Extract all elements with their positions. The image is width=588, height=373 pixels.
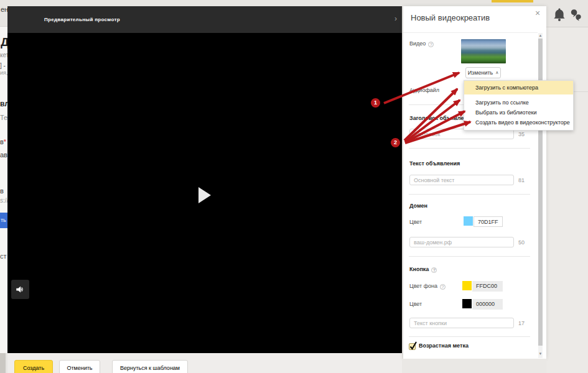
divider xyxy=(546,27,588,27)
domain-color-label: Цвет xyxy=(409,219,422,225)
menu-item-upload-by-link[interactable]: Загрузить по ссылке xyxy=(464,98,573,108)
button-color-label: Цвет xyxy=(409,301,422,307)
speaker-icon xyxy=(16,285,25,293)
page-scrollbar[interactable] xyxy=(0,353,6,373)
menu-item-choose-from-library[interactable]: Выбрать из библиотеки xyxy=(464,108,573,117)
edge-text: ] - xyxy=(0,62,6,69)
edge-text: ав xyxy=(0,151,7,159)
domain-color-value[interactable]: 70D1FF xyxy=(474,216,503,227)
domain-counter: 50 xyxy=(518,239,525,246)
divider xyxy=(409,256,530,257)
video-thumbnail[interactable] xyxy=(461,39,506,63)
menu-item-create-in-constructor[interactable]: Создать видео в видеоконструкторе xyxy=(464,117,573,127)
button-bg-label: Цвет фона? xyxy=(409,283,446,290)
help-icon[interactable]: ? xyxy=(440,284,446,290)
annotation-badge-1: 1 xyxy=(371,98,380,108)
menu-item-upload-from-computer[interactable]: Загрузить с компьютера xyxy=(464,81,573,94)
page-background-right xyxy=(546,27,588,373)
panel-footer-background xyxy=(402,359,546,373)
scroll-up-icon[interactable]: ▲ xyxy=(538,34,543,37)
domain-input[interactable] xyxy=(409,237,514,247)
divider xyxy=(409,148,530,149)
cancel-button[interactable]: Отменить xyxy=(59,360,100,373)
divider xyxy=(403,32,538,33)
page-edge-top xyxy=(0,0,7,26)
edge-text: ст xyxy=(0,252,7,260)
create-button[interactable]: Создать xyxy=(14,360,53,373)
adtext-input[interactable] xyxy=(409,175,514,185)
checkmark-icon xyxy=(408,339,418,350)
preview-header: Предварительный просмотр › xyxy=(7,6,402,33)
domain-section-label: Домен xyxy=(409,203,427,209)
button-color-value[interactable]: 000000 xyxy=(472,299,503,310)
collapse-chevron-icon[interactable]: › xyxy=(394,14,397,23)
divider xyxy=(409,194,530,195)
button-text-counter: 17 xyxy=(518,320,525,326)
page-accent-strip xyxy=(492,0,533,2)
annotation-badge-2: 2 xyxy=(391,138,400,147)
video-label: Видео? xyxy=(409,40,434,47)
button-color-swatch[interactable] xyxy=(462,299,472,308)
adtext-counter: 81 xyxy=(518,177,525,183)
change-video-button[interactable]: Изменить ∧ xyxy=(465,67,501,78)
preview-title: Предварительный просмотр xyxy=(44,17,120,22)
help-icon[interactable]: ? xyxy=(428,42,434,47)
edge-text: Те xyxy=(0,114,7,121)
divider xyxy=(409,336,530,337)
help-icon[interactable]: ? xyxy=(431,267,437,273)
age-checkbox-label: Возрастная метка xyxy=(419,343,469,349)
panel-title: Новый видеокреатив xyxy=(411,13,490,22)
change-button-label: Изменить xyxy=(468,70,493,76)
close-icon[interactable]: × xyxy=(533,9,542,17)
change-video-dropdown: Загрузить с компьютера Загрузить по ссыл… xyxy=(464,80,574,131)
edge-text: ия, xyxy=(0,70,7,76)
audio-label: Аудиофайл xyxy=(409,87,439,93)
bell-icon[interactable] xyxy=(553,7,566,22)
headline-counter: 35 xyxy=(518,131,525,137)
button-bg-value[interactable]: FFDC00 xyxy=(472,281,503,292)
screen: ен Д кет ] - ия, вл Те в* ав в s:// ть с… xyxy=(0,0,588,373)
scroll-down-icon[interactable]: ▼ xyxy=(538,352,543,356)
button-bg-swatch[interactable] xyxy=(462,281,472,290)
adtext-section-label: Текст объявления xyxy=(409,160,460,167)
button-text-input[interactable] xyxy=(409,318,514,328)
edge-text: в* xyxy=(0,138,6,145)
button-section-label: Кнопка? xyxy=(409,266,437,273)
feedback-icon[interactable] xyxy=(569,9,583,22)
mute-button[interactable] xyxy=(11,280,29,299)
edge-text: в xyxy=(0,187,4,195)
back-to-templates-button[interactable]: Вернуться к шаблонам xyxy=(112,360,188,373)
domain-color-swatch[interactable] xyxy=(464,216,473,226)
edge-blue-button[interactable]: ть xyxy=(0,213,7,228)
chevron-up-icon: ∧ xyxy=(495,70,498,75)
play-icon[interactable] xyxy=(198,187,211,203)
